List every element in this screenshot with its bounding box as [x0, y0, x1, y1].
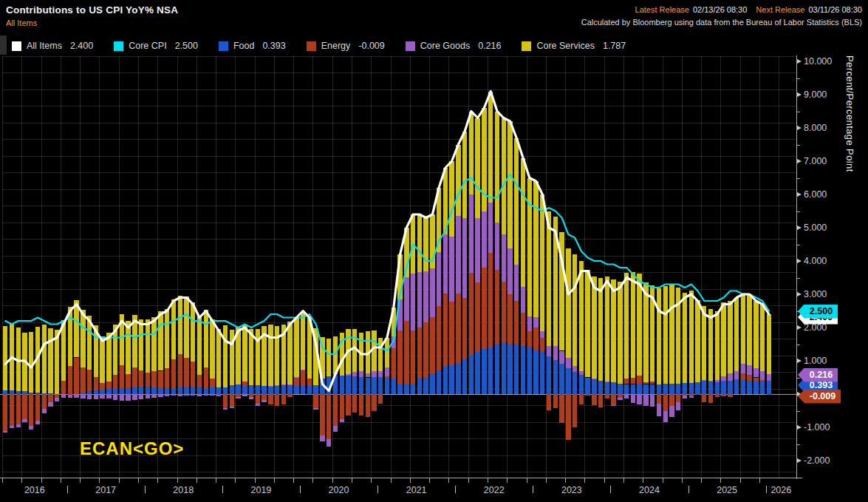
bar-segment [508, 344, 512, 394]
bar-segment [741, 373, 745, 380]
bar-segment [437, 252, 441, 306]
bar-segment [397, 254, 402, 299]
y-minor-tick [797, 345, 800, 345]
x-year-separator [766, 486, 767, 493]
bar-segment [223, 325, 228, 387]
legend-item-food[interactable]: Food0.393 [219, 41, 286, 51]
bar-segment [191, 387, 195, 394]
bar-segment [747, 375, 751, 380]
bar-segment [657, 384, 661, 394]
bar-segment [151, 371, 156, 388]
bar-segment [223, 387, 228, 394]
bar-segment [650, 384, 655, 395]
bar-segment [437, 370, 441, 394]
bar-segment [753, 378, 758, 381]
last-value-badge-0.216: 0.216 [798, 368, 838, 382]
bar-segment [728, 394, 732, 397]
bar-segment [469, 112, 474, 194]
bar-segment [585, 378, 590, 395]
bar-segment [392, 379, 396, 394]
legend-item-all-items[interactable]: All Items2.400 [12, 41, 93, 51]
y-major-tick [797, 59, 802, 64]
bar-segment [657, 288, 661, 384]
bar-segment [216, 387, 221, 394]
bar-segment [165, 388, 169, 394]
bar-segment [313, 408, 318, 410]
bar-segment [359, 371, 363, 376]
bar-segment [120, 365, 124, 389]
bar-segment [533, 317, 538, 328]
bar-segment [566, 358, 570, 368]
bar-segment [87, 316, 92, 370]
x-quarter-tick [527, 478, 527, 483]
x-quarter-tick [391, 478, 392, 483]
bar-segment [378, 377, 383, 394]
bar-segment [695, 300, 700, 382]
bar-segment [728, 373, 732, 381]
bar-segment [547, 394, 551, 410]
bar-segment [22, 394, 27, 419]
bar-segment [598, 278, 603, 381]
bar-segment [120, 394, 124, 401]
bar-segment [16, 394, 21, 424]
bar-segment [618, 384, 622, 394]
bar-segment [256, 394, 260, 404]
bar-segment [301, 386, 305, 394]
x-quarter-tick [701, 478, 702, 483]
bar-segment [475, 352, 479, 394]
bar-segment [566, 368, 570, 394]
bar-segment [132, 394, 137, 400]
bar-segment [437, 188, 441, 252]
bar-segment [592, 394, 596, 405]
bar-segment [527, 178, 532, 316]
y-axis-line [796, 55, 797, 479]
bar-segment [488, 253, 493, 347]
y-major-tick [797, 359, 802, 363]
bar-segment [753, 301, 758, 368]
y-tick-label: 8.000 [804, 123, 827, 133]
y-major-tick [797, 92, 802, 97]
bar-segment [521, 158, 525, 288]
legend-item-energy[interactable]: Energy-0.009 [307, 41, 385, 51]
bar-segment [16, 328, 21, 391]
bar-segment [184, 358, 188, 388]
bar-segment [527, 316, 532, 332]
legend-label: All Items [27, 41, 62, 51]
bar-segment [540, 351, 544, 394]
bar-segment [146, 387, 150, 394]
bar-segment [378, 371, 383, 377]
bar-segment [385, 378, 389, 394]
bar-segment [417, 214, 422, 272]
bar-segment [151, 387, 156, 394]
bar-segment [61, 320, 66, 381]
bar-segment [573, 254, 577, 366]
bar-segment [216, 329, 221, 387]
y-minor-tick [797, 245, 800, 245]
legend-value: -0.009 [358, 41, 384, 51]
bar-segment [521, 313, 525, 346]
bar-segment [184, 387, 188, 394]
bar-segment [230, 394, 234, 407]
y-axis-title: Percent/Percentage Point [844, 55, 855, 479]
bar-segment [262, 400, 266, 402]
bar-segment [488, 203, 493, 253]
legend-item-core-services[interactable]: Core Services1.787 [522, 41, 626, 51]
bar-segment [242, 394, 247, 396]
x-quarter-tick [565, 478, 566, 483]
y-tick-label: -1.000 [804, 422, 830, 433]
legend-swatch [406, 41, 415, 51]
bar-segment [3, 431, 7, 433]
bar-segment [340, 376, 344, 394]
bar-segment [333, 394, 338, 426]
bar-segment [171, 394, 176, 396]
bar-segment [81, 310, 85, 367]
bar-segment [495, 345, 499, 394]
legend-item-core-goods[interactable]: Core Goods0.216 [406, 41, 502, 51]
bar-segment [508, 121, 512, 248]
bar-segment [753, 368, 758, 378]
legend-item-core-cpi[interactable]: Core CPI2.500 [114, 41, 198, 51]
bar-segment [126, 374, 130, 388]
bar-segment [669, 406, 674, 417]
bar-segment [676, 402, 680, 411]
y-minor-tick [797, 211, 800, 212]
